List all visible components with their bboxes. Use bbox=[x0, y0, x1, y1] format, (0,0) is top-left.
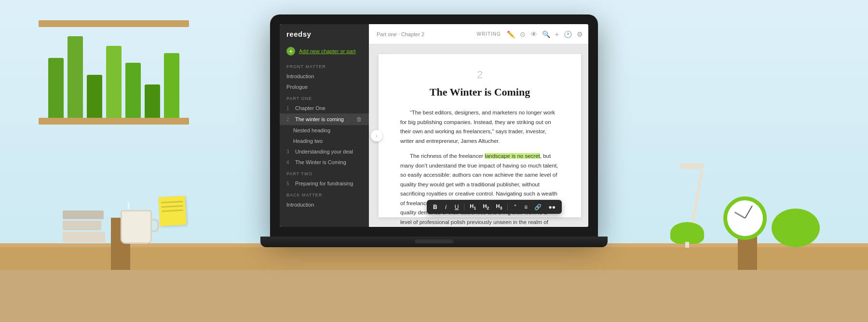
link-button[interactable]: 🔗 bbox=[532, 203, 544, 211]
clock-icon[interactable]: 🕐 bbox=[564, 30, 572, 38]
sidebar-item-label: Understanding your deal bbox=[295, 149, 353, 154]
add-text-prefix: Add new bbox=[299, 48, 321, 54]
chapter-number-3: 3 bbox=[286, 149, 292, 154]
document-page[interactable]: ‹ 2 The Winter is Coming “The best edito… bbox=[379, 54, 581, 217]
sidebar-item-nested-heading[interactable]: Nested heading bbox=[280, 125, 369, 136]
sidebar-item-introduction-back[interactable]: Introduction bbox=[280, 199, 369, 210]
front-matter-label: FRONT MATTER bbox=[280, 60, 369, 71]
book-3 bbox=[63, 232, 105, 242]
sidebar-item-introduction-front[interactable]: Introduction bbox=[280, 71, 369, 82]
chapter-number-4: 4 bbox=[286, 160, 292, 165]
para2-after: , but many don’t understand the true imp… bbox=[400, 153, 558, 227]
clock-hour-hand bbox=[734, 211, 746, 219]
pencil-icon[interactable]: ✏️ bbox=[507, 30, 515, 38]
eye-icon[interactable]: 👁 bbox=[530, 30, 537, 38]
breadcrumb: Part one · Chapter 2 bbox=[377, 31, 471, 37]
chapter-number-2: 2 bbox=[286, 117, 292, 122]
h2-button[interactable]: H2 bbox=[480, 202, 491, 211]
add-part-link[interactable]: part bbox=[346, 48, 355, 54]
paragraph-1[interactable]: “The best editors, designers, and market… bbox=[400, 108, 559, 146]
sidebar-item-label: Heading two bbox=[293, 138, 323, 144]
delete-icon[interactable]: 🗑 bbox=[356, 116, 362, 123]
shelf-board-bottom bbox=[39, 118, 189, 125]
sidebar-item-label: Introduction bbox=[286, 73, 314, 79]
sidebar-item-fundraising[interactable]: 5 Preparing for fundraising bbox=[280, 178, 369, 189]
sidebar-item-label: Prologue bbox=[286, 84, 308, 90]
lamp bbox=[680, 163, 704, 244]
bar-7 bbox=[164, 53, 179, 121]
lamp-arm bbox=[691, 169, 704, 227]
sidebar-item-label: Nested heading bbox=[293, 127, 330, 133]
bar-2 bbox=[68, 36, 83, 121]
app-layout: reedsy + Add new chapter or part FRONT M… bbox=[280, 24, 588, 227]
laptop-base bbox=[260, 237, 608, 247]
clock bbox=[723, 196, 767, 240]
sidebar-item-understanding[interactable]: 3 Understanding your deal bbox=[280, 146, 369, 157]
part-two-label: PART TWO bbox=[280, 168, 369, 178]
bar-3 bbox=[87, 75, 102, 121]
sidebar-item-chapter-one[interactable]: 1 Chapter One bbox=[280, 103, 369, 113]
clock-face bbox=[723, 196, 767, 240]
format-toolbar: B i U H1 H2 H3 " ≡ 🔗 bbox=[427, 200, 562, 214]
sidebar-item-winter-coming[interactable]: 2 The winter is coming 🗑 bbox=[280, 113, 369, 125]
mug-steam bbox=[128, 202, 129, 209]
paragraph-2[interactable]: The richness of the freelancer landscape… bbox=[400, 152, 559, 227]
bookshelf bbox=[43, 24, 184, 121]
sticky-note-lines bbox=[158, 196, 186, 220]
sidebar-item-label: Chapter One bbox=[295, 105, 326, 111]
h1-button[interactable]: H1 bbox=[467, 202, 478, 211]
chapter-number-display: 2 bbox=[400, 69, 559, 81]
list-button[interactable]: ≡ bbox=[521, 203, 530, 211]
para2-before: The richness of the freelancer bbox=[410, 153, 485, 159]
bush-shape bbox=[772, 209, 820, 247]
sidebar-item-label: The Winter is Coming bbox=[295, 159, 346, 165]
sidebar-item-label: Introduction bbox=[286, 202, 314, 208]
gear-icon[interactable]: ⚙ bbox=[577, 30, 583, 38]
desk-surface bbox=[0, 243, 868, 270]
plus-icon[interactable]: + bbox=[555, 30, 559, 38]
floor bbox=[0, 264, 868, 322]
h3-button[interactable]: H3 bbox=[493, 202, 504, 211]
scroll-left-arrow[interactable]: ‹ bbox=[371, 130, 382, 141]
para2-highlight: landscape is no secret bbox=[485, 153, 540, 159]
chapter-number-5: 5 bbox=[286, 181, 292, 186]
sidebar-item-label: Preparing for fundraising bbox=[295, 181, 353, 186]
bar-6 bbox=[145, 84, 160, 121]
bar-5 bbox=[125, 63, 141, 121]
toolbar-icons: ✏️ ⊙ 👁 🔍 + 🕐 ⚙ bbox=[507, 30, 583, 38]
lamp-base bbox=[680, 163, 704, 169]
sidebar-item-prologue[interactable]: Prologue bbox=[280, 82, 369, 92]
add-text: Add new chapter or part bbox=[299, 48, 355, 54]
sidebar: reedsy + Add new chapter or part FRONT M… bbox=[280, 24, 369, 227]
more-button[interactable]: ●● bbox=[546, 203, 558, 211]
laptop-screen-outer: reedsy + Add new chapter or part FRONT M… bbox=[270, 14, 598, 237]
laptop-screen-inner: reedsy + Add new chapter or part FRONT M… bbox=[280, 24, 588, 227]
quote-button[interactable]: " bbox=[511, 203, 519, 211]
mug-area bbox=[121, 210, 152, 244]
page-area: ‹ 2 The Winter is Coming “The best edito… bbox=[369, 44, 588, 227]
fmt-divider-1 bbox=[464, 204, 464, 210]
laptop: reedsy + Add new chapter or part FRONT M… bbox=[270, 14, 598, 247]
bar-4 bbox=[106, 46, 122, 121]
sidebar-item-winter-4[interactable]: 4 The Winter is Coming bbox=[280, 157, 369, 168]
sidebar-item-heading-two[interactable]: Heading two bbox=[280, 136, 369, 146]
mug-handle bbox=[150, 219, 159, 232]
toolbar-mode: WRITING bbox=[476, 31, 501, 37]
bold-button[interactable]: B bbox=[431, 203, 440, 211]
bar-chart bbox=[43, 24, 184, 121]
books-stack bbox=[63, 210, 105, 244]
circle-icon[interactable]: ⊙ bbox=[520, 30, 526, 38]
underline-button[interactable]: U bbox=[452, 203, 461, 211]
chapter-title: The Winter is Coming bbox=[400, 86, 559, 98]
add-circle-icon[interactable]: + bbox=[286, 47, 295, 56]
add-or-text: or bbox=[339, 48, 347, 54]
sidebar-add-section[interactable]: + Add new chapter or part bbox=[280, 44, 369, 60]
italic-button[interactable]: i bbox=[442, 203, 450, 211]
sticky-line-1 bbox=[161, 201, 183, 203]
sidebar-logo: reedsy bbox=[280, 24, 369, 44]
back-matter-label: BACK MATTER bbox=[280, 189, 369, 199]
clock-minute-hand bbox=[745, 206, 753, 219]
add-chapter-link[interactable]: chapter bbox=[321, 48, 339, 54]
search-icon[interactable]: 🔍 bbox=[542, 30, 550, 38]
toolbar: Part one · Chapter 2 WRITING ✏️ ⊙ 👁 🔍 + … bbox=[369, 24, 588, 44]
